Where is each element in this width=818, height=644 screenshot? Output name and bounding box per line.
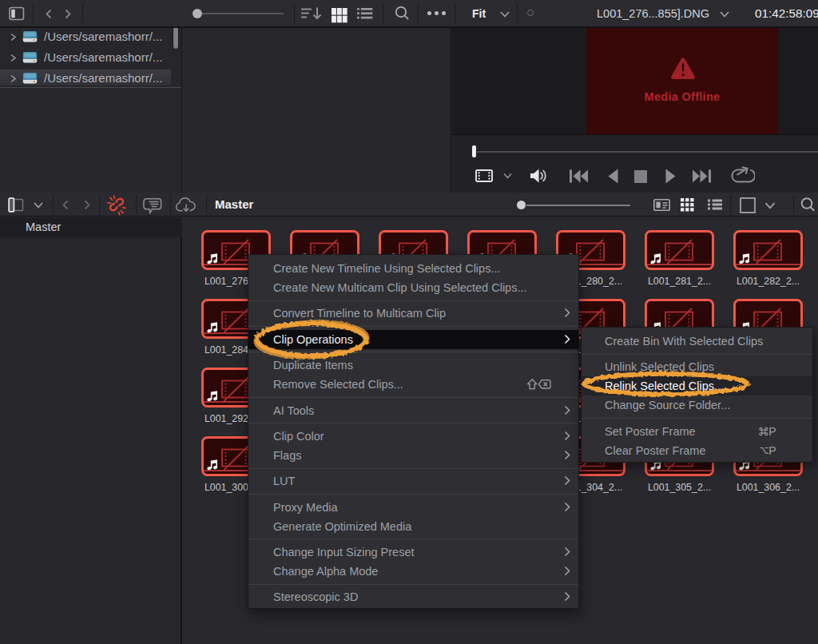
svg-text:P: P bbox=[768, 445, 776, 456]
svg-text:P: P bbox=[768, 426, 776, 437]
